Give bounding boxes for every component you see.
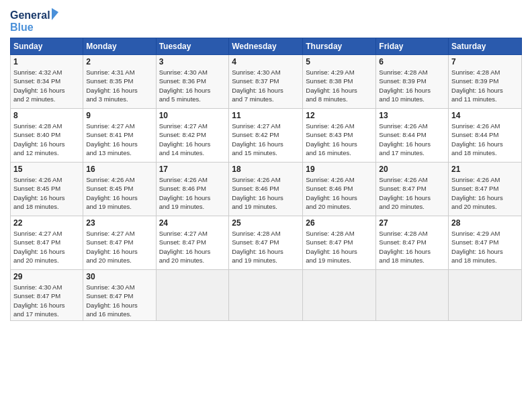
day-number: 20 xyxy=(379,165,445,174)
day-info: Sunrise: 4:28 AM Sunset: 8:39 PM Dayligh… xyxy=(451,68,519,103)
day-info: Sunrise: 4:32 AM Sunset: 8:34 PM Dayligh… xyxy=(13,68,80,103)
day-info: Sunrise: 4:26 AM Sunset: 8:47 PM Dayligh… xyxy=(451,175,519,211)
page: GeneralBlue SundayMondayTuesdayWednesday… xyxy=(0,0,532,411)
day-info: Sunrise: 4:29 AM Sunset: 8:38 PM Dayligh… xyxy=(306,68,373,103)
day-number: 16 xyxy=(86,165,152,174)
day-number: 10 xyxy=(159,111,226,120)
header-cell-wednesday: Wednesday xyxy=(229,38,303,55)
calendar-cell: 4Sunrise: 4:30 AM Sunset: 8:37 PM Daylig… xyxy=(229,55,303,109)
day-number: 24 xyxy=(159,218,226,228)
calendar-cell: 13Sunrise: 4:26 AM Sunset: 8:44 PM Dayli… xyxy=(376,109,449,163)
svg-text:Blue: Blue xyxy=(10,21,34,33)
day-info: Sunrise: 4:27 AM Sunset: 8:42 PM Dayligh… xyxy=(159,122,226,157)
day-info: Sunrise: 4:26 AM Sunset: 8:45 PM Dayligh… xyxy=(13,175,80,211)
header: GeneralBlue xyxy=(10,7,522,34)
day-info: Sunrise: 4:26 AM Sunset: 8:44 PM Dayligh… xyxy=(451,122,519,157)
calendar-cell xyxy=(229,270,303,321)
day-number: 30 xyxy=(86,272,152,281)
calendar-cell: 20Sunrise: 4:26 AM Sunset: 8:47 PM Dayli… xyxy=(376,163,449,216)
calendar-cell: 16Sunrise: 4:26 AM Sunset: 8:45 PM Dayli… xyxy=(83,163,156,216)
day-info: Sunrise: 4:28 AM Sunset: 8:47 PM Dayligh… xyxy=(306,229,373,265)
day-number: 13 xyxy=(379,111,445,120)
calendar-cell: 18Sunrise: 4:26 AM Sunset: 8:46 PM Dayli… xyxy=(229,163,303,216)
calendar-cell: 19Sunrise: 4:26 AM Sunset: 8:46 PM Dayli… xyxy=(303,163,376,216)
header-cell-saturday: Saturday xyxy=(449,38,522,55)
day-number: 17 xyxy=(159,165,226,174)
svg-text:General: General xyxy=(10,9,50,21)
calendar-cell: 27Sunrise: 4:28 AM Sunset: 8:47 PM Dayli… xyxy=(376,216,449,270)
day-number: 18 xyxy=(232,165,300,174)
day-info: Sunrise: 4:26 AM Sunset: 8:45 PM Dayligh… xyxy=(86,175,152,211)
calendar-cell: 7Sunrise: 4:28 AM Sunset: 8:39 PM Daylig… xyxy=(449,55,522,109)
week-row-2: 8Sunrise: 4:28 AM Sunset: 8:40 PM Daylig… xyxy=(11,109,522,163)
calendar-cell: 12Sunrise: 4:26 AM Sunset: 8:43 PM Dayli… xyxy=(303,109,376,163)
day-number: 4 xyxy=(232,57,300,66)
day-info: Sunrise: 4:28 AM Sunset: 8:47 PM Dayligh… xyxy=(379,229,445,265)
day-number: 15 xyxy=(13,165,80,174)
day-info: Sunrise: 4:26 AM Sunset: 8:44 PM Dayligh… xyxy=(379,122,445,157)
day-number: 11 xyxy=(232,111,300,120)
day-info: Sunrise: 4:28 AM Sunset: 8:40 PM Dayligh… xyxy=(13,122,80,157)
week-row-4: 22Sunrise: 4:27 AM Sunset: 8:47 PM Dayli… xyxy=(11,216,522,270)
calendar-cell: 1Sunrise: 4:32 AM Sunset: 8:34 PM Daylig… xyxy=(11,55,83,109)
calendar-cell: 14Sunrise: 4:26 AM Sunset: 8:44 PM Dayli… xyxy=(449,109,522,163)
calendar-cell xyxy=(449,270,522,321)
calendar-cell: 22Sunrise: 4:27 AM Sunset: 8:47 PM Dayli… xyxy=(11,216,83,270)
day-info: Sunrise: 4:30 AM Sunset: 8:36 PM Dayligh… xyxy=(159,68,226,103)
day-info: Sunrise: 4:27 AM Sunset: 8:47 PM Dayligh… xyxy=(159,229,226,265)
calendar-table: SundayMondayTuesdayWednesdayThursdayFrid… xyxy=(10,38,522,321)
calendar-cell xyxy=(303,270,376,321)
logo-svg: GeneralBlue xyxy=(10,7,60,34)
day-number: 23 xyxy=(86,218,152,228)
calendar-cell: 15Sunrise: 4:26 AM Sunset: 8:45 PM Dayli… xyxy=(11,163,83,216)
day-number: 6 xyxy=(379,57,445,66)
calendar-cell: 11Sunrise: 4:27 AM Sunset: 8:42 PM Dayli… xyxy=(229,109,303,163)
day-info: Sunrise: 4:27 AM Sunset: 8:47 PM Dayligh… xyxy=(86,229,152,265)
header-cell-thursday: Thursday xyxy=(303,38,376,55)
day-number: 26 xyxy=(306,218,373,228)
day-info: Sunrise: 4:26 AM Sunset: 8:46 PM Dayligh… xyxy=(159,175,226,211)
calendar-cell: 6Sunrise: 4:28 AM Sunset: 8:39 PM Daylig… xyxy=(376,55,449,109)
day-info: Sunrise: 4:26 AM Sunset: 8:43 PM Dayligh… xyxy=(306,122,373,157)
week-row-3: 15Sunrise: 4:26 AM Sunset: 8:45 PM Dayli… xyxy=(11,163,522,216)
day-info: Sunrise: 4:28 AM Sunset: 8:47 PM Dayligh… xyxy=(232,229,300,265)
day-info: Sunrise: 4:29 AM Sunset: 8:47 PM Dayligh… xyxy=(451,229,519,265)
day-number: 2 xyxy=(86,57,152,66)
day-number: 3 xyxy=(159,57,226,66)
calendar-cell xyxy=(156,270,229,321)
day-info: Sunrise: 4:28 AM Sunset: 8:39 PM Dayligh… xyxy=(379,68,445,103)
calendar-cell: 9Sunrise: 4:27 AM Sunset: 8:41 PM Daylig… xyxy=(83,109,156,163)
calendar-cell: 8Sunrise: 4:28 AM Sunset: 8:40 PM Daylig… xyxy=(11,109,83,163)
day-number: 27 xyxy=(379,218,445,228)
calendar-cell: 2Sunrise: 4:31 AM Sunset: 8:35 PM Daylig… xyxy=(83,55,156,109)
day-number: 22 xyxy=(13,218,80,228)
day-number: 14 xyxy=(451,111,519,120)
header-cell-friday: Friday xyxy=(376,38,449,55)
calendar-cell: 25Sunrise: 4:28 AM Sunset: 8:47 PM Dayli… xyxy=(229,216,303,270)
svg-marker-2 xyxy=(52,8,58,20)
day-number: 28 xyxy=(451,218,519,228)
calendar-cell: 5Sunrise: 4:29 AM Sunset: 8:38 PM Daylig… xyxy=(303,55,376,109)
calendar-header-row: SundayMondayTuesdayWednesdayThursdayFrid… xyxy=(11,38,522,55)
header-cell-monday: Monday xyxy=(83,38,156,55)
calendar-body: 1Sunrise: 4:32 AM Sunset: 8:34 PM Daylig… xyxy=(11,55,522,321)
day-number: 12 xyxy=(306,111,373,120)
day-number: 8 xyxy=(13,111,80,120)
calendar-cell: 23Sunrise: 4:27 AM Sunset: 8:47 PM Dayli… xyxy=(83,216,156,270)
calendar-cell xyxy=(376,270,449,321)
day-number: 5 xyxy=(306,57,373,66)
day-info: Sunrise: 4:26 AM Sunset: 8:46 PM Dayligh… xyxy=(306,175,373,211)
header-cell-tuesday: Tuesday xyxy=(156,38,229,55)
day-number: 7 xyxy=(451,57,519,66)
day-info: Sunrise: 4:31 AM Sunset: 8:35 PM Dayligh… xyxy=(86,68,152,103)
day-info: Sunrise: 4:27 AM Sunset: 8:47 PM Dayligh… xyxy=(13,229,80,265)
calendar-cell: 28Sunrise: 4:29 AM Sunset: 8:47 PM Dayli… xyxy=(449,216,522,270)
header-cell-sunday: Sunday xyxy=(11,38,83,55)
day-info: Sunrise: 4:30 AM Sunset: 8:37 PM Dayligh… xyxy=(232,68,300,103)
logo: GeneralBlue xyxy=(10,7,60,34)
calendar-cell: 17Sunrise: 4:26 AM Sunset: 8:46 PM Dayli… xyxy=(156,163,229,216)
day-number: 1 xyxy=(13,57,80,66)
calendar-cell: 10Sunrise: 4:27 AM Sunset: 8:42 PM Dayli… xyxy=(156,109,229,163)
day-info: Sunrise: 4:26 AM Sunset: 8:47 PM Dayligh… xyxy=(379,175,445,211)
calendar-cell: 26Sunrise: 4:28 AM Sunset: 8:47 PM Dayli… xyxy=(303,216,376,270)
